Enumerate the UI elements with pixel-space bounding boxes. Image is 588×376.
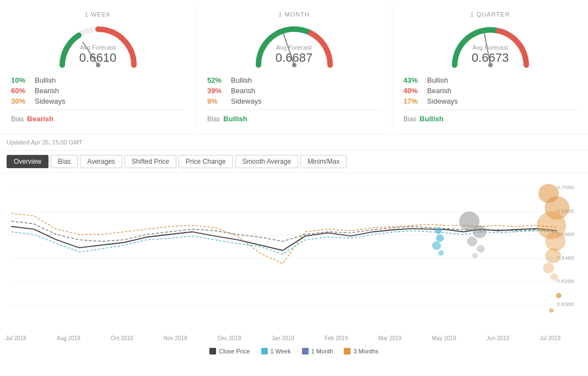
stat-week-bullish: 10% Bullish — [11, 76, 185, 84]
legend-1month: 1 Month — [302, 348, 333, 354]
bias-quarter-value: Bullish — [419, 115, 443, 123]
svg-point-25 — [432, 241, 441, 250]
bias-quarter-label: Bias — [403, 115, 416, 123]
panel-week: 1 WEEK Avg Forecast 0.6610 10% Bullis — [0, 6, 196, 128]
x-label-jul2018: Jul 2018 — [6, 335, 26, 341]
tab-price-change[interactable]: Price Change — [179, 155, 233, 168]
x-label-dec2018: Dec 2018 — [218, 335, 241, 341]
svg-point-31 — [545, 248, 561, 263]
bias-month: Bias Bullish — [207, 115, 381, 123]
stat-quarter-bullish: 43% Bullish — [403, 76, 577, 84]
chart-legend: Close Price 1 Week 1 Month 3 Months — [0, 343, 588, 357]
gauge-quarter-value: 0.6673 — [446, 51, 535, 65]
gauge-month-value: 0.6687 — [250, 51, 338, 65]
svg-point-20 — [467, 237, 477, 246]
panel-quarter-title: 1 QUARTER — [403, 11, 577, 18]
stat-quarter-bearish: 40% Bearish — [403, 87, 577, 95]
x-label-nov2018: Nov 2018 — [164, 335, 187, 341]
stats-quarter: 43% Bullish 40% Bearish 17% Sideways Bia… — [403, 76, 577, 123]
panel-week-title: 1 WEEK — [11, 11, 185, 18]
stat-week-sideways-pct: 30% — [11, 97, 30, 105]
gauge-month-label: Avg Forecast — [250, 44, 338, 51]
x-axis: Jul 2018 Aug 2018 Oct 2018 Nov 2018 Dec … — [0, 333, 588, 343]
legend-1week-dot — [261, 348, 268, 354]
legend-1week-label: 1 Week — [271, 348, 291, 354]
stat-week-bullish-pct: 10% — [11, 76, 30, 84]
legend-close-price: Close Price — [209, 348, 250, 354]
bias-month-label: Bias — [207, 115, 220, 123]
legend-close-price-label: Close Price — [219, 348, 250, 354]
stat-month-sideways-pct: 9% — [207, 97, 226, 105]
stats-month: 52% Bullish 39% Bearish 9% Sideways Bias… — [207, 76, 381, 123]
stat-month-bearish: 39% Bearish — [207, 87, 381, 95]
bias-month-value: Bullish — [223, 115, 247, 123]
svg-point-23 — [435, 228, 441, 234]
x-label-jan2019: Jan 2019 — [272, 335, 294, 341]
stat-quarter-sideways: 17% Sideways — [403, 97, 577, 105]
gauge-month: Avg Forecast 0.6687 — [250, 21, 338, 71]
stat-quarter-bearish-pct: 40% — [403, 87, 423, 95]
svg-point-22 — [472, 253, 478, 259]
x-label-jul2019: Jul 2019 — [540, 335, 560, 341]
legend-3months: 3 Months — [344, 348, 378, 354]
panel-month-title: 1 MONTH — [207, 11, 381, 18]
x-label-mar2019: Mar 2019 — [378, 335, 401, 341]
gauge-week: Avg Forecast 0.6610 — [54, 21, 142, 71]
x-label-may2019: May 2019 — [432, 335, 456, 341]
gauge-week-value: 0.6610 — [54, 51, 142, 65]
stat-week-bearish-pct: 60% — [11, 87, 30, 95]
svg-text:0.6200: 0.6200 — [557, 278, 574, 284]
svg-point-34 — [556, 293, 562, 298]
panel-month: 1 MONTH Avg Forecast 0.6687 52% Bullish — [196, 6, 392, 128]
svg-text:0.6000: 0.6000 — [557, 302, 574, 308]
svg-point-19 — [473, 225, 487, 238]
legend-close-price-dot — [209, 348, 216, 354]
svg-point-35 — [549, 308, 553, 313]
stats-week: 10% Bullish 60% Bearish 30% Sideways Bia… — [11, 76, 185, 123]
tab-shifted-price[interactable]: Shifted Price — [125, 155, 176, 168]
svg-point-33 — [550, 273, 558, 281]
x-label-oct2018: Oct 2018 — [111, 335, 133, 341]
tab-overview[interactable]: Overview — [7, 155, 48, 168]
bias-week-value: Bearish — [27, 115, 53, 123]
update-bar: Updated Apr 26, 15:00 GMT — [0, 135, 588, 151]
legend-3months-dot — [344, 348, 350, 354]
gauge-quarter: Avg Forecast 0.6673 — [446, 21, 535, 71]
panel-quarter: 1 QUARTER Avg Forecast 0.6673 43% Bullis… — [392, 6, 588, 128]
legend-3months-label: 3 Months — [353, 348, 378, 354]
svg-point-26 — [438, 250, 444, 256]
svg-point-21 — [477, 245, 484, 253]
tab-smooth-average[interactable]: Smooth Average — [235, 155, 299, 168]
svg-text:0.7000: 0.7000 — [557, 185, 574, 191]
stat-month-bullish: 52% Bullish — [207, 76, 381, 84]
stat-week-sideways: 30% Sideways — [11, 97, 185, 105]
stat-week-bearish: 60% Bearish — [11, 87, 185, 95]
stat-quarter-sideways-pct: 17% — [403, 97, 423, 105]
x-label-jun2019: Jun 2019 — [487, 335, 509, 341]
tab-bias[interactable]: Bias — [51, 155, 78, 168]
stat-month-bullish-pct: 52% — [207, 76, 226, 84]
gauge-week-label: Avg Forecast — [54, 44, 142, 51]
legend-1week: 1 Week — [261, 348, 291, 354]
stat-month-sideways: 9% Sideways — [207, 97, 381, 105]
tab-averages[interactable]: Averages — [80, 155, 122, 168]
tab-minim-max[interactable]: Minim/Max — [300, 155, 347, 168]
tabs-bar: Overview Bias Averages Shifted Price Pri… — [0, 151, 588, 173]
bias-week: Bias Bearish — [11, 115, 185, 123]
update-text: Updated Apr 26, 15:00 GMT — [7, 139, 83, 146]
svg-point-24 — [436, 234, 444, 242]
x-label-feb2019: Feb 2019 — [325, 335, 348, 341]
top-panels: 1 WEEK Avg Forecast 0.6610 10% Bullis — [0, 0, 588, 135]
gauge-quarter-label: Avg Forecast — [446, 44, 535, 51]
main-chart: 0.7000 0.6800 0.6600 0.6400 0.6200 0.600… — [6, 179, 582, 327]
legend-1month-dot — [302, 348, 309, 354]
legend-1month-label: 1 Month — [311, 348, 333, 354]
bias-week-label: Bias — [11, 115, 24, 123]
stat-quarter-bullish-pct: 43% — [403, 76, 423, 84]
stat-month-bearish-pct: 39% — [207, 87, 226, 95]
svg-point-30 — [545, 232, 565, 251]
bias-quarter: Bias Bullish — [403, 115, 577, 123]
svg-point-32 — [543, 262, 554, 273]
chart-area: 0.7000 0.6800 0.6600 0.6400 0.6200 0.600… — [0, 173, 588, 333]
x-label-aug2018: Aug 2018 — [57, 335, 80, 341]
